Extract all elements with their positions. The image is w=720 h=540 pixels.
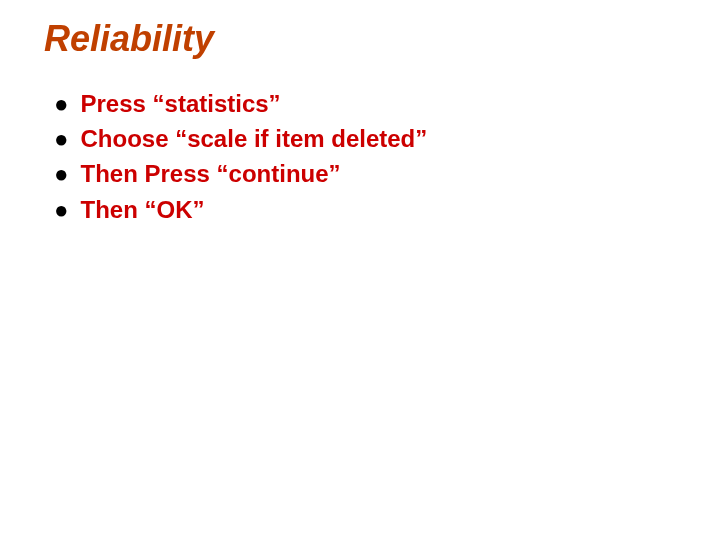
slide-title: Reliability xyxy=(44,18,676,60)
list-item: ● Then Press “continue” xyxy=(54,158,676,189)
bullet-icon: ● xyxy=(54,123,69,154)
bullet-text: Choose “scale if item deleted” xyxy=(81,123,428,154)
slide-container: Reliability ● Press “statistics” ● Choos… xyxy=(0,0,720,247)
bullet-text: Then Press “continue” xyxy=(81,158,341,189)
list-item: ● Then “OK” xyxy=(54,194,676,225)
list-item: ● Choose “scale if item deleted” xyxy=(54,123,676,154)
bullet-icon: ● xyxy=(54,158,69,189)
bullet-text: Press “statistics” xyxy=(81,88,281,119)
bullet-list: ● Press “statistics” ● Choose “scale if … xyxy=(44,88,676,225)
bullet-text: Then “OK” xyxy=(81,194,205,225)
bullet-icon: ● xyxy=(54,88,69,119)
bullet-icon: ● xyxy=(54,194,69,225)
list-item: ● Press “statistics” xyxy=(54,88,676,119)
